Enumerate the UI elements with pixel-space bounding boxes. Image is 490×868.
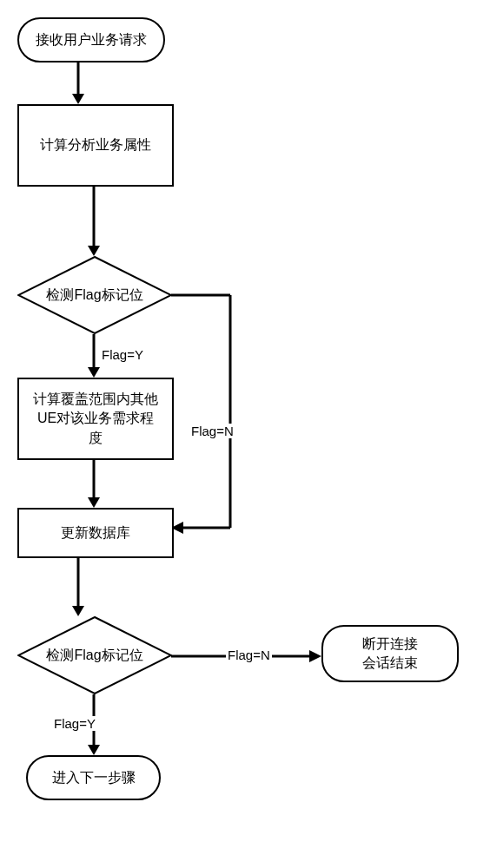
- svg-marker-17: [309, 650, 321, 662]
- arrow-compute-update: [85, 460, 103, 511]
- svg-marker-6: [88, 367, 100, 378]
- decision-check2: 检测Flag标记位: [17, 616, 172, 694]
- decision-check1: 检测Flag标记位: [17, 256, 172, 334]
- process-compute: 计算覆盖范围内其他UE对该业务需求程度: [17, 378, 174, 460]
- arrow-update-check2: [70, 558, 87, 620]
- terminal-next: 进入下一步骤: [26, 755, 161, 800]
- edge-check1-no: Flag=N: [189, 424, 235, 438]
- terminal-next-label: 进入下一步骤: [52, 768, 136, 787]
- arrow-check1-update: [171, 293, 258, 542]
- svg-marker-19: [88, 745, 100, 755]
- terminal-disconnect-label: 断开连接 会话结束: [362, 635, 418, 674]
- svg-marker-1: [72, 94, 84, 104]
- svg-marker-12: [88, 497, 100, 508]
- decision-check2-label: 检测Flag标记位: [46, 647, 142, 665]
- process-compute-label: 计算覆盖范围内其他UE对该业务需求程度: [33, 390, 158, 448]
- arrow-start-analyze: [70, 62, 87, 108]
- arrow-analyze-check1: [85, 187, 103, 260]
- process-update-label: 更新数据库: [61, 523, 130, 542]
- terminal-disconnect: 断开连接 会话结束: [321, 625, 459, 682]
- svg-marker-3: [88, 246, 100, 256]
- svg-marker-14: [72, 606, 84, 616]
- terminal-start: 接收用户业务请求: [17, 17, 165, 62]
- process-analyze-label: 计算分析业务属性: [40, 135, 151, 155]
- terminal-start-label: 接收用户业务请求: [36, 30, 147, 49]
- decision-check1-label: 检测Flag标记位: [46, 286, 142, 305]
- edge-check2-no: Flag=N: [226, 648, 272, 662]
- edge-check1-yes: Flag=Y: [100, 347, 145, 362]
- process-update: 更新数据库: [17, 508, 174, 558]
- process-analyze: 计算分析业务属性: [17, 104, 174, 187]
- edge-check2-yes: Flag=Y: [52, 716, 97, 731]
